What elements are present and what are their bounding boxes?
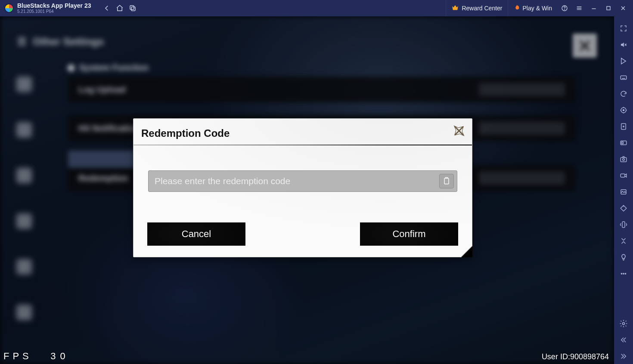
macro-button[interactable] bbox=[615, 233, 632, 249]
maximize-button[interactable] bbox=[601, 2, 616, 15]
chevron-left-double-icon bbox=[620, 336, 627, 344]
svg-rect-11 bbox=[622, 142, 624, 144]
minimize-icon bbox=[590, 5, 597, 12]
cancel-label: Cancel bbox=[182, 228, 211, 240]
fullscreen-icon bbox=[620, 25, 627, 32]
more-icon bbox=[620, 270, 627, 278]
cancel-button[interactable]: Cancel bbox=[147, 222, 245, 246]
help-button[interactable] bbox=[557, 2, 572, 15]
user-id-value: 900898764 bbox=[570, 352, 609, 361]
confirm-label: Confirm bbox=[392, 228, 425, 240]
recent-apps-icon bbox=[129, 4, 137, 12]
shake-button[interactable] bbox=[615, 217, 632, 232]
collapse-sidebar-button[interactable] bbox=[615, 332, 632, 348]
home-button[interactable] bbox=[113, 2, 126, 15]
ornate-close-icon bbox=[451, 123, 467, 139]
dialog-corner-decoration bbox=[461, 246, 472, 257]
rotate-button[interactable] bbox=[615, 201, 632, 216]
rotate-icon bbox=[620, 204, 627, 212]
close-icon bbox=[620, 5, 627, 12]
hamburger-menu-button[interactable] bbox=[572, 2, 586, 15]
fps-value: 30 bbox=[50, 351, 69, 361]
lock-cursor-button[interactable] bbox=[615, 102, 632, 118]
minimize-button[interactable] bbox=[586, 2, 601, 15]
svg-rect-6 bbox=[621, 76, 627, 79]
svg-rect-5 bbox=[444, 178, 449, 184]
game-controls-button[interactable] bbox=[615, 135, 632, 151]
app-name: BlueStacks App Player 23 bbox=[17, 2, 91, 9]
screenshot-button[interactable] bbox=[615, 151, 632, 167]
fullscreen-button[interactable] bbox=[615, 21, 632, 36]
svg-rect-1 bbox=[131, 7, 135, 11]
install-apk-button[interactable] bbox=[615, 119, 632, 134]
user-id-label: User ID: bbox=[542, 352, 570, 361]
svg-point-13 bbox=[623, 159, 625, 161]
app-version: 5.21.205.1001 P64 bbox=[17, 9, 91, 14]
expand-sidebar-button[interactable] bbox=[615, 349, 632, 364]
svg-point-20 bbox=[623, 323, 625, 325]
media-folder-icon bbox=[620, 188, 627, 196]
keymap-button[interactable] bbox=[615, 70, 632, 85]
paste-button[interactable] bbox=[439, 174, 454, 188]
chevron-right-double-icon bbox=[620, 352, 627, 360]
bulb-icon bbox=[620, 253, 627, 261]
play-store-icon bbox=[620, 57, 627, 65]
gear-icon bbox=[619, 319, 628, 328]
svg-point-19 bbox=[625, 273, 626, 274]
menu-icon bbox=[576, 5, 583, 12]
screenshot-icon bbox=[620, 155, 627, 163]
user-id-display: User ID:900898764 bbox=[542, 352, 609, 361]
game-controls-icon bbox=[620, 139, 627, 147]
target-icon bbox=[620, 106, 627, 114]
maximize-icon bbox=[605, 5, 612, 12]
svg-rect-14 bbox=[621, 174, 625, 177]
svg-rect-4 bbox=[607, 6, 610, 10]
help-icon bbox=[561, 5, 568, 12]
close-window-button[interactable] bbox=[616, 2, 630, 15]
svg-point-18 bbox=[623, 273, 624, 274]
bluestacks-right-sidebar bbox=[614, 16, 633, 364]
settings-button[interactable] bbox=[615, 316, 632, 331]
svg-point-8 bbox=[623, 110, 624, 111]
bluestacks-titlebar: BlueStacks App Player 23 5.21.205.1001 P… bbox=[0, 0, 633, 16]
svg-rect-0 bbox=[130, 6, 134, 9]
shake-icon bbox=[620, 221, 627, 228]
svg-point-3 bbox=[565, 9, 565, 10]
keymap-icon bbox=[620, 74, 627, 81]
confirm-button[interactable]: Confirm bbox=[360, 222, 458, 246]
sync-button[interactable] bbox=[615, 86, 632, 102]
macro-icon bbox=[620, 237, 627, 245]
dialog-close-button[interactable] bbox=[451, 123, 467, 139]
volume-button[interactable] bbox=[615, 37, 632, 52]
more-button[interactable] bbox=[615, 266, 632, 281]
reward-center-button[interactable]: Reward Center bbox=[446, 0, 507, 16]
redemption-code-dialog: Redemption Code Cancel bbox=[133, 118, 472, 257]
install-apk-icon bbox=[620, 123, 627, 130]
paste-icon bbox=[442, 177, 451, 185]
bluestacks-logo-icon bbox=[4, 3, 14, 13]
play-and-win-button[interactable]: Play & Win bbox=[508, 0, 557, 16]
fps-counter: FPS 30 bbox=[3, 351, 70, 362]
sync-icon bbox=[620, 90, 627, 98]
crown-icon bbox=[451, 4, 459, 13]
record-icon bbox=[620, 172, 627, 179]
game-viewport: ☰Other Settings System Function Log Uplo… bbox=[0, 16, 614, 364]
record-button[interactable] bbox=[615, 168, 632, 183]
home-icon bbox=[116, 4, 124, 12]
dialog-title: Redemption Code bbox=[141, 127, 230, 139]
back-button[interactable] bbox=[100, 2, 113, 15]
recents-button[interactable] bbox=[126, 2, 139, 15]
tips-button[interactable] bbox=[615, 250, 632, 265]
play-win-label: Play & Win bbox=[523, 5, 552, 12]
play-store-button[interactable] bbox=[615, 53, 632, 69]
fps-label: FPS bbox=[3, 351, 32, 361]
svg-rect-16 bbox=[622, 222, 625, 228]
redemption-code-input[interactable] bbox=[148, 170, 457, 192]
volume-mute-icon bbox=[620, 41, 627, 49]
flame-icon bbox=[513, 4, 520, 12]
app-title-block: BlueStacks App Player 23 5.21.205.1001 P… bbox=[17, 2, 91, 14]
arrow-left-icon bbox=[103, 4, 111, 12]
dialog-divider bbox=[133, 145, 472, 145]
media-folder-button[interactable] bbox=[615, 184, 632, 200]
svg-point-17 bbox=[621, 273, 622, 274]
